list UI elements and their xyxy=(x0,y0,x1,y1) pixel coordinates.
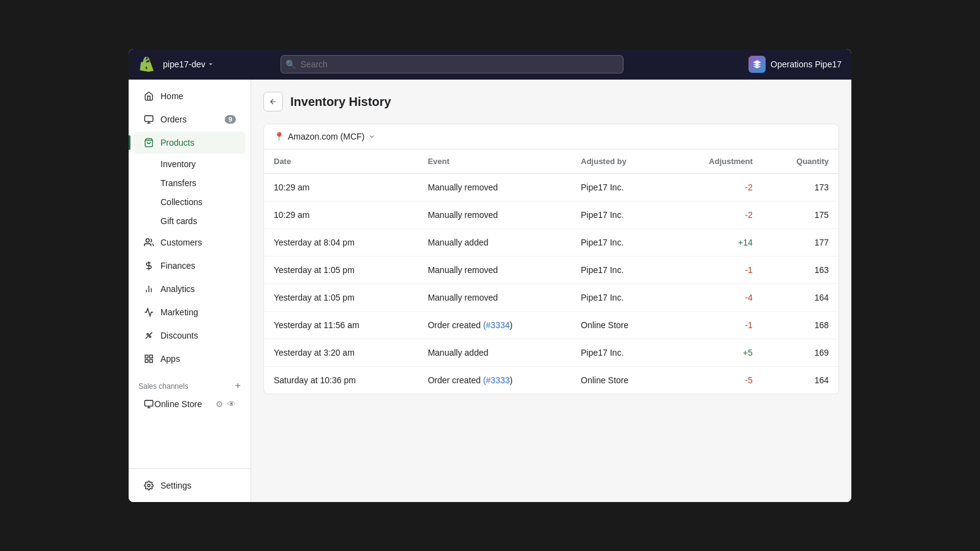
svg-point-4 xyxy=(146,239,149,242)
sidebar-item-online-store[interactable]: Online Store ⚙ 👁 xyxy=(134,394,246,414)
search-bar: 🔍 xyxy=(281,55,624,73)
location-pin-icon: 📍 xyxy=(274,132,284,141)
online-store-label: Online Store xyxy=(154,399,202,409)
col-date: Date xyxy=(264,149,418,174)
channel-view-icon[interactable]: 👁 xyxy=(227,399,236,409)
row-quantity: 169 xyxy=(763,339,839,367)
row-date: 10:29 am xyxy=(264,201,418,229)
row-adjusted-by: Pipe17 Inc. xyxy=(571,229,669,257)
sidebar-item-products[interactable]: Products xyxy=(134,132,246,154)
row-event: Manually removed xyxy=(418,284,571,312)
sidebar-item-apps[interactable]: Apps xyxy=(134,348,246,370)
row-adjusted-by: Online Store xyxy=(571,367,669,394)
row-adjustment: +5 xyxy=(669,339,763,367)
svg-point-9 xyxy=(147,334,149,335)
row-date: Yesterday at 1:05 pm xyxy=(264,284,418,312)
row-quantity: 175 xyxy=(763,201,839,229)
svg-point-10 xyxy=(149,336,151,338)
sidebar-item-finances[interactable]: Finances xyxy=(134,255,246,277)
svg-line-11 xyxy=(146,332,153,339)
col-adjusted-by: Adjusted by xyxy=(571,149,669,174)
store-name[interactable]: pipe17-dev xyxy=(163,59,214,69)
table-row: Yesterday at 1:05 pmManually removedPipe… xyxy=(264,284,839,312)
customers-icon xyxy=(143,237,154,248)
row-event: Manually removed xyxy=(418,201,571,229)
sidebar-item-settings[interactable]: Settings xyxy=(134,474,246,497)
row-adjusted-by: Pipe17 Inc. xyxy=(571,174,669,201)
sidebar-item-label: Apps xyxy=(160,354,180,364)
row-date: Yesterday at 3:20 am xyxy=(264,339,418,367)
row-adjustment: -2 xyxy=(669,174,763,201)
apps-icon xyxy=(143,353,154,364)
row-adjusted-by: Pipe17 Inc. xyxy=(571,201,669,229)
row-adjusted-by: Pipe17 Inc. xyxy=(571,257,669,284)
sidebar-item-label: Finances xyxy=(160,261,195,271)
row-quantity: 164 xyxy=(763,284,839,312)
col-quantity: Quantity xyxy=(763,149,839,174)
ops-label: Operations Pipe17 xyxy=(771,59,842,69)
location-bar: 📍 Amazon.com (MCF) xyxy=(264,124,839,149)
page-title: Inventory History xyxy=(290,95,391,109)
discounts-icon xyxy=(143,330,154,341)
sidebar-sub-gift-cards[interactable]: Gift cards xyxy=(134,212,246,230)
svg-rect-15 xyxy=(145,359,148,362)
add-channel-btn[interactable]: + xyxy=(235,380,241,391)
table-row: Saturday at 10:36 pmOrder created (#3333… xyxy=(264,367,839,394)
row-quantity: 173 xyxy=(763,174,839,201)
svg-rect-14 xyxy=(149,359,153,362)
sidebar-item-discounts[interactable]: Discounts xyxy=(134,324,246,347)
settings-icon xyxy=(143,480,154,491)
sidebar-sub-collections[interactable]: Collections xyxy=(134,193,246,211)
orders-badge: 9 xyxy=(225,115,236,124)
table-row: 10:29 amManually removedPipe17 Inc.-2175 xyxy=(264,201,839,229)
row-adjustment: -1 xyxy=(669,257,763,284)
products-submenu: Inventory Transfers Collections Gift car… xyxy=(129,154,251,231)
row-adjustment: -5 xyxy=(669,367,763,394)
main-content: Inventory History 📍 Amazon.com (MCF) Dat… xyxy=(251,80,851,502)
row-date: 10:29 am xyxy=(264,174,418,201)
inventory-history-table: Date Event Adjusted by Adjustment Quanti… xyxy=(264,149,839,394)
home-icon xyxy=(143,91,154,102)
page-header: Inventory History xyxy=(263,92,839,111)
settings-label: Settings xyxy=(160,481,192,490)
col-event: Event xyxy=(418,149,571,174)
event-order-link[interactable]: (#3333 xyxy=(483,375,510,385)
table-row: Yesterday at 3:20 amManually addedPipe17… xyxy=(264,339,839,367)
col-adjustment: Adjustment xyxy=(669,149,763,174)
back-button[interactable] xyxy=(263,92,283,111)
search-icon: 🔍 xyxy=(285,59,296,69)
channel-settings-icon[interactable]: ⚙ xyxy=(216,399,224,409)
table-header-row: Date Event Adjusted by Adjustment Quanti… xyxy=(264,149,839,174)
row-event: Order created (#3333) xyxy=(418,367,571,394)
row-adjusted-by: Pipe17 Inc. xyxy=(571,284,669,312)
table-row: 10:29 amManually removedPipe17 Inc.-2173 xyxy=(264,174,839,201)
sidebar-item-marketing[interactable]: Marketing xyxy=(134,301,246,323)
inventory-history-card: 📍 Amazon.com (MCF) Date Event Adjusted b… xyxy=(263,124,839,394)
sidebar-item-analytics[interactable]: Analytics xyxy=(134,278,246,300)
row-event: Manually removed xyxy=(418,174,571,201)
sidebar-item-customers[interactable]: Customers xyxy=(134,231,246,253)
row-event: Manually added xyxy=(418,339,571,367)
search-input[interactable] xyxy=(281,55,624,73)
sidebar-item-label: Marketing xyxy=(160,307,198,317)
sidebar-item-home[interactable]: Home xyxy=(134,85,246,107)
event-order-link[interactable]: (#3334 xyxy=(483,320,510,330)
row-quantity: 164 xyxy=(763,367,839,394)
row-adjustment: +14 xyxy=(669,229,763,257)
shopify-logo xyxy=(138,56,156,73)
row-date: Yesterday at 8:04 pm xyxy=(264,229,418,257)
svg-rect-0 xyxy=(145,116,153,121)
row-adjusted-by: Online Store xyxy=(571,312,669,339)
sidebar-sub-inventory[interactable]: Inventory xyxy=(134,155,246,173)
sidebar-item-orders[interactable]: Orders 9 xyxy=(134,108,246,130)
row-adjustment: -1 xyxy=(669,312,763,339)
sidebar-sub-transfers[interactable]: Transfers xyxy=(134,174,246,192)
sidebar-item-label: Products xyxy=(160,138,194,148)
sidebar-item-label: Customers xyxy=(160,238,202,247)
sidebar-item-label: Home xyxy=(160,91,183,101)
ops-icon xyxy=(748,56,766,73)
table-row: Yesterday at 1:05 pmManually removedPipe… xyxy=(264,257,839,284)
location-dropdown[interactable]: Amazon.com (MCF) xyxy=(288,132,375,141)
sales-channels-label: Sales channels + xyxy=(129,373,251,394)
row-event: Manually removed xyxy=(418,257,571,284)
